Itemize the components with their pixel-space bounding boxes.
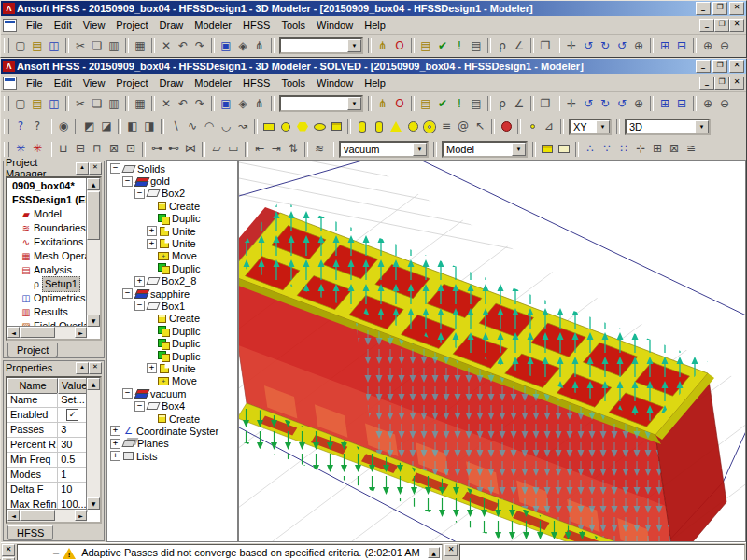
draw-equation-curve-button[interactable]: ↝ xyxy=(234,119,251,134)
child-restore-button[interactable]: ❐ xyxy=(714,77,729,90)
draw-plane-button[interactable]: ⊿ xyxy=(541,119,557,134)
tree-item-vacuum[interactable]: −vacuum xyxy=(107,387,237,399)
scroll-up-icon[interactable]: ▲ xyxy=(87,178,100,190)
scroll-down-icon[interactable]: ▼ xyxy=(87,315,100,327)
scroll-up-icon[interactable]: ▲ xyxy=(428,547,440,558)
child-minimize-button[interactable]: _ xyxy=(699,77,714,90)
properties-vscrollbar[interactable]: ▲ ▼ xyxy=(86,378,100,510)
draw-spline-button[interactable]: ∿ xyxy=(184,119,201,134)
project-item-results[interactable]: ▥Results xyxy=(8,305,87,319)
tree-item-create[interactable]: Create xyxy=(107,413,237,425)
snap-angle-button[interactable]: ≌ xyxy=(683,141,699,157)
tree-item-unite[interactable]: +Unite xyxy=(107,237,237,249)
cut-button[interactable]: ✂ xyxy=(72,96,89,112)
property-value[interactable]: 1 xyxy=(58,468,88,482)
collapse-icon[interactable]: − xyxy=(134,189,145,199)
draw-arc-center-button[interactable]: ◡ xyxy=(218,119,234,134)
menu-help[interactable]: Help xyxy=(359,19,391,32)
analyze-all-button[interactable]: ✔ xyxy=(434,96,451,112)
open-button[interactable]: ▤ xyxy=(29,38,46,54)
bool-split-button[interactable]: ⊠ xyxy=(106,141,122,157)
properties-hscrollbar[interactable]: ◄ ► xyxy=(7,509,87,522)
tree-item-create[interactable]: Create xyxy=(107,313,237,325)
tree-item-duplic[interactable]: Duplic xyxy=(107,262,237,274)
view-combo[interactable]: 3D▼ xyxy=(625,119,711,135)
rotate-model-button[interactable]: ↺ xyxy=(580,38,597,54)
collapse-icon[interactable]: ▴ xyxy=(76,362,89,374)
collapse-icon[interactable]: − xyxy=(122,288,133,299)
tree-item-sapphire[interactable]: −sapphire xyxy=(107,287,237,300)
dropdown-arrow-icon[interactable]: ▼ xyxy=(347,39,361,52)
connect-path-button[interactable]: ⊶ xyxy=(148,141,165,157)
tree-item-planes[interactable]: +Planes xyxy=(107,438,237,450)
menu-help[interactable]: Help xyxy=(359,77,391,90)
draw-cone-button[interactable] xyxy=(388,119,404,134)
menu-file[interactable]: File xyxy=(21,19,49,32)
close-icon[interactable]: ✕ xyxy=(444,544,458,556)
bool-subtract-button[interactable]: ⊟ xyxy=(72,141,89,157)
child-window-icon[interactable] xyxy=(3,77,17,90)
tree-item-create[interactable]: Create xyxy=(107,200,237,212)
rotate-axis-button[interactable]: ↺ xyxy=(613,96,630,112)
child-close-button[interactable]: ✕ xyxy=(729,77,744,90)
child-restore-button[interactable]: ❐ xyxy=(714,19,729,32)
copy-image-button[interactable]: ❐ xyxy=(537,96,554,112)
expand-icon[interactable]: + xyxy=(110,439,120,449)
dropdown-arrow-icon[interactable]: ▼ xyxy=(695,120,709,133)
close-icon[interactable]: ✕ xyxy=(89,362,102,374)
orientation-combo[interactable]: XY▼ xyxy=(569,119,612,135)
dropdown-arrow-icon[interactable]: ▼ xyxy=(596,120,610,133)
validate-button[interactable]: ▤ xyxy=(417,96,434,112)
project-tree-hscrollbar[interactable]: ◄ ► xyxy=(7,326,87,339)
draw-bondwire-button[interactable] xyxy=(328,119,345,134)
model-tree-button[interactable]: ⋔ xyxy=(251,38,268,54)
copy-button[interactable]: ❏ xyxy=(89,38,106,54)
schematic-view-button[interactable]: ⋔ xyxy=(374,38,391,54)
select-face-button[interactable]: ◈ xyxy=(234,38,251,54)
assign-material-button[interactable] xyxy=(539,141,556,157)
profile-sheet-button[interactable]: ▤ xyxy=(468,38,485,54)
draw-regular-cylinder-button[interactable] xyxy=(371,119,388,134)
toolbar-empty-combo[interactable]: ▼ xyxy=(279,95,363,112)
project-item-mesh-operations[interactable]: ▦Mesh Operations xyxy=(8,249,87,263)
property-value[interactable]: 30 xyxy=(58,438,88,452)
scroll-down-icon[interactable]: ▼ xyxy=(87,497,100,510)
move-face-button[interactable]: ⇤ xyxy=(251,141,268,157)
menu-tools[interactable]: Tools xyxy=(275,77,311,90)
delete-button[interactable]: ✕ xyxy=(158,38,175,54)
zoom-in-button[interactable]: ⊕ xyxy=(699,96,716,112)
scroll-right-icon[interactable]: ► xyxy=(75,510,87,521)
thicken-sheet-button[interactable]: ≋ xyxy=(311,141,328,157)
collapse-icon[interactable]: ▴ xyxy=(76,162,89,175)
zoom-magnifier-button[interactable]: ρ xyxy=(494,38,511,54)
column-header-name[interactable]: Name xyxy=(7,378,58,394)
collapse-icon[interactable]: − xyxy=(122,388,133,399)
print-button[interactable]: ▦ xyxy=(132,96,148,112)
menu-draw[interactable]: Draw xyxy=(154,77,190,90)
toolbar-grip[interactable] xyxy=(4,119,9,134)
draw-line-button[interactable]: ∖ xyxy=(167,119,184,134)
paste-button[interactable]: ▥ xyxy=(106,38,122,54)
snap-axis-button[interactable]: ⊠ xyxy=(666,141,683,157)
zoom-out-window-button[interactable]: ⊟ xyxy=(673,96,690,112)
close-icon[interactable]: ✕ xyxy=(89,162,102,175)
surface-cover-button[interactable]: ▱ xyxy=(208,141,225,157)
sweep-vector-button[interactable]: ⊷ xyxy=(165,141,182,157)
child-window-icon[interactable] xyxy=(3,19,17,32)
material-combo[interactable]: vacuum▼ xyxy=(339,141,429,158)
restore-button[interactable]: ❐ xyxy=(712,2,727,15)
angle-measure-button[interactable]: ∠ xyxy=(511,38,528,54)
project-item-analysis[interactable]: ▤Analysis xyxy=(8,263,87,277)
show-objects-button[interactable]: ◨ xyxy=(141,119,158,134)
new-button[interactable]: ▢ xyxy=(12,38,29,54)
draw-circle-button[interactable] xyxy=(277,119,294,134)
expand-icon[interactable]: + xyxy=(147,239,157,249)
port-o-button[interactable]: O xyxy=(391,38,408,54)
rotate-model-button[interactable]: ↺ xyxy=(580,96,597,112)
snap-edge-button[interactable]: ∵ xyxy=(599,141,615,157)
pan-button[interactable]: ✛ xyxy=(563,96,580,112)
dropdown-arrow-icon[interactable]: ▼ xyxy=(512,143,526,156)
minimize-button[interactable]: _ xyxy=(696,2,711,15)
dropdown-arrow-icon[interactable]: ▼ xyxy=(347,97,361,110)
tree-item-duplic[interactable]: Duplic xyxy=(107,325,237,337)
